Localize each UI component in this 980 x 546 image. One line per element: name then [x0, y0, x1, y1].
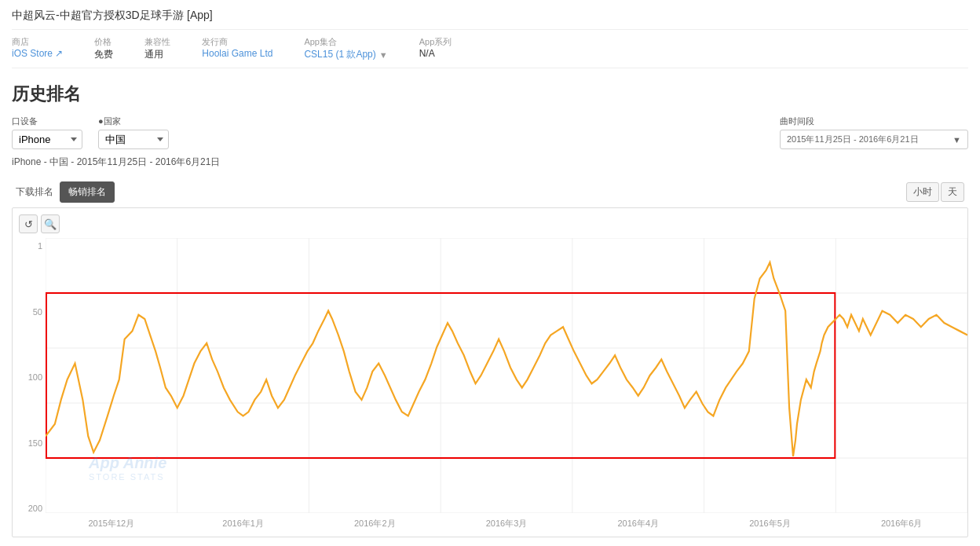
- device-select[interactable]: iPhone iPad: [12, 130, 82, 149]
- x-label-feb: 2016年2月: [309, 518, 441, 530]
- collection-value[interactable]: CSL15 (1 款App): [304, 48, 375, 61]
- chart-area: 1 50 100 150 200: [13, 238, 967, 537]
- x-axis: 2015年12月 2016年1月 2016年2月 2016年3月 2016年4月…: [46, 513, 967, 537]
- x-label-may: 2016年5月: [704, 518, 836, 530]
- date-control: 曲时间段 2015年11月25日 - 2016年6月21日 ▼: [780, 115, 968, 149]
- x-label-jan: 2016年1月: [177, 518, 309, 530]
- meta-price: 价格 免费: [94, 36, 113, 61]
- meta-series: App系列 N/A: [419, 36, 452, 61]
- chart-subtitle: iPhone - 中国 - 2015年11月25日 - 2016年6月21日: [12, 156, 968, 169]
- app-title-text: 中超风云-中超官方授权3D足球手游: [12, 9, 184, 21]
- series-label: App系列: [419, 36, 452, 48]
- date-label: 曲时间段: [780, 115, 968, 127]
- x-label-mar: 2016年3月: [441, 518, 572, 530]
- price-label: 价格: [94, 36, 113, 48]
- meta-store: 商店 iOS Store ↗: [12, 36, 63, 61]
- device-control: 口设备 iPhone iPad: [12, 115, 82, 149]
- chart-svg: [46, 238, 967, 513]
- chart-toolbar: ↺ 🔍: [13, 214, 967, 238]
- series-value: N/A: [419, 48, 452, 59]
- rank-line: [46, 262, 967, 456]
- device-label: 口设备: [12, 115, 82, 127]
- store-label: 商店: [12, 36, 63, 48]
- date-range-value: 2015年11月25日 - 2016年6月21日: [787, 134, 919, 145]
- controls-row: 口设备 iPhone iPad ●国家 中国 美国 曲时间段: [12, 115, 968, 149]
- download-rank-label: 下载排名: [16, 185, 53, 199]
- app-title-suffix: [App]: [187, 9, 213, 21]
- meta-publisher: 发行商 Hoolai Game Ltd: [202, 36, 272, 61]
- app-title: 中超风云-中超官方授权3D足球手游 [App]: [12, 8, 968, 23]
- y-label-150: 150: [16, 438, 42, 448]
- country-label: ●国家: [98, 115, 169, 127]
- chart-controls: 下载排名 畅销排名 小时 天: [12, 181, 968, 203]
- y-label-200: 200: [16, 504, 42, 513]
- country-control: ●国家 中国 美国: [98, 115, 169, 149]
- zoom-button[interactable]: 🔍: [41, 214, 60, 233]
- date-range-chevron: ▼: [953, 135, 961, 145]
- meta-collection: App集合 CSL15 (1 款App) ▼: [304, 36, 387, 61]
- price-value: 免费: [94, 48, 113, 61]
- day-tab[interactable]: 天: [941, 182, 964, 202]
- reset-button[interactable]: ↺: [19, 214, 38, 233]
- country-select[interactable]: 中国 美国: [98, 130, 169, 149]
- date-range-selector[interactable]: 2015年11月25日 - 2016年6月21日 ▼: [780, 130, 968, 149]
- meta-compat: 兼容性 通用: [144, 36, 170, 61]
- compat-label: 兼容性: [144, 36, 170, 48]
- controls-left: 口设备 iPhone iPad ●国家 中国 美国: [12, 115, 169, 149]
- hour-tab[interactable]: 小时: [906, 182, 939, 202]
- chart-plot: App Annie STORE STATS: [46, 238, 967, 513]
- rank-tabs: 下载排名 畅销排名: [16, 181, 115, 203]
- y-label-100: 100: [16, 372, 42, 382]
- page-wrapper: 中超风云-中超官方授权3D足球手游 [App] 商店 iOS Store ↗ 价…: [0, 0, 980, 546]
- y-axis: 1 50 100 150 200: [13, 238, 46, 513]
- x-label-dec: 2015年12月: [46, 518, 177, 530]
- compat-value: 通用: [144, 48, 170, 61]
- publisher-label: 发行商: [202, 36, 272, 48]
- time-tabs: 小时 天: [906, 182, 964, 202]
- store-value[interactable]: iOS Store ↗: [12, 48, 63, 59]
- publisher-value[interactable]: Hoolai Game Ltd: [202, 48, 272, 59]
- collection-label: App集合: [304, 36, 387, 48]
- chart-container: ↺ 🔍 1 50 100 150 200: [12, 207, 968, 537]
- bestseller-rank-tab[interactable]: 畅销排名: [60, 181, 115, 203]
- app-meta-row: 商店 iOS Store ↗ 价格 免费 兼容性 通用 发行商 Hoolai G…: [12, 36, 968, 61]
- section-title: 历史排名: [12, 82, 968, 106]
- y-label-50: 50: [16, 307, 42, 317]
- y-label-1: 1: [16, 241, 42, 251]
- x-label-jun: 2016年6月: [836, 518, 967, 530]
- x-label-apr: 2016年4月: [572, 518, 704, 530]
